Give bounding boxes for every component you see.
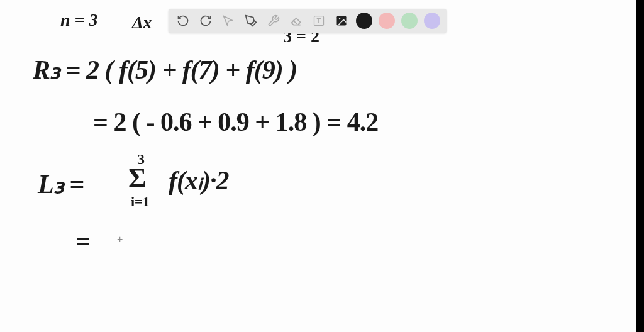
color-pink[interactable] bbox=[379, 13, 395, 29]
math-line-2: R₃ = 2 ( f(5) + f(7) + f(9) ) bbox=[33, 54, 297, 85]
eraser-tool[interactable] bbox=[288, 13, 304, 29]
tools-button[interactable] bbox=[265, 13, 282, 29]
text-tool[interactable] bbox=[311, 13, 327, 29]
image-tool[interactable] bbox=[333, 13, 350, 29]
math-line-4b: f(xᵢ)·2 bbox=[169, 165, 228, 196]
undo-button[interactable] bbox=[175, 13, 191, 29]
whiteboard-canvas[interactable] bbox=[0, 0, 644, 332]
color-green[interactable] bbox=[401, 13, 418, 29]
math-line-5: = bbox=[75, 226, 90, 257]
right-edge-bar bbox=[636, 0, 644, 332]
math-line-4a: L₃ = bbox=[38, 169, 84, 199]
math-sum-sigma: Σ bbox=[128, 162, 147, 194]
drawing-toolbar bbox=[169, 9, 447, 33]
color-purple[interactable] bbox=[424, 13, 440, 29]
redo-button[interactable] bbox=[197, 13, 214, 29]
math-line-1a: n = 3 bbox=[60, 10, 98, 30]
math-line-1b: Δx bbox=[132, 13, 152, 33]
svg-point-2 bbox=[339, 18, 341, 19]
color-black[interactable] bbox=[356, 13, 372, 29]
pointer-tool[interactable] bbox=[220, 13, 236, 29]
math-sum-bot: i=1 bbox=[131, 194, 150, 210]
pen-tool[interactable] bbox=[243, 13, 259, 29]
math-line-3: = 2 ( - 0.6 + 0.9 + 1.8 ) = 4.2 bbox=[93, 107, 378, 137]
